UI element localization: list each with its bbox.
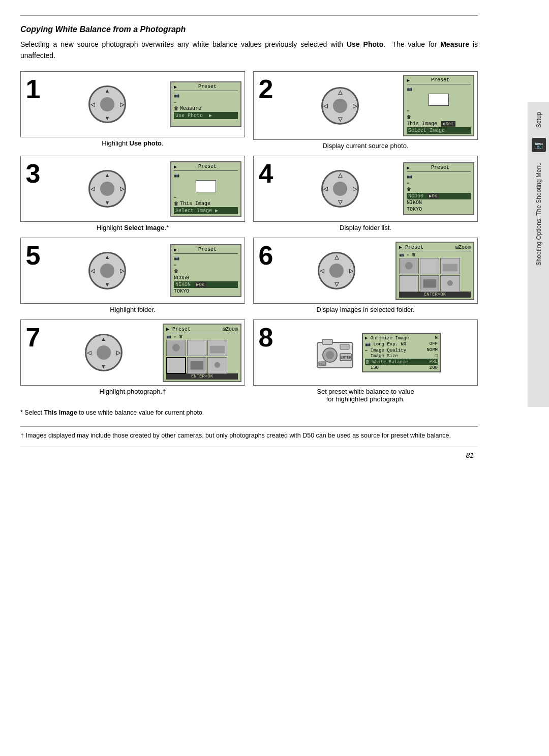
step-8-number: 8 [254, 320, 278, 385]
lcd5-ok-badge: ▶OK [195, 282, 206, 287]
lcd2-thisimage: This Image ▶Set [407, 121, 471, 127]
lcd7-zoom: ⊠Zoom [223, 326, 238, 332]
lcd4-tokyo: TOKYO [407, 206, 471, 213]
svg-point-7 [447, 280, 453, 286]
step-3-box: 3 ▲ ▼ ◁ ▷ ▶ Preset [20, 156, 245, 222]
lcd2-pencil: ✏ [407, 107, 471, 114]
lcd8-r5-label: ISO [365, 365, 379, 370]
svg-rect-11 [210, 346, 225, 354]
photo-svg-1 [400, 258, 418, 274]
cam5-icon: 📷 [174, 255, 179, 261]
lcd5-play: ▶ [174, 247, 177, 253]
dpad-center [100, 97, 114, 111]
dpad-right-6: ▷ [349, 268, 353, 274]
lcd3-selectimage: Select Image ▶ [174, 207, 238, 214]
pencil3-icon: ✏ [174, 194, 176, 200]
pencil4-icon: ✏ [407, 180, 409, 186]
lcd5-nikon-text: NIKON [175, 282, 194, 287]
p7-3 [207, 340, 227, 357]
lcd5-nikon: NIKON ▶OK [174, 281, 238, 288]
step-2-dpad: △ ▽ ◁ ▷ [321, 87, 359, 125]
step-5-box: 5 ▲ ▼ ◁ ▷ ▶ Preset [20, 238, 245, 304]
lcd2-title: Preset [431, 77, 449, 83]
dpad-right-4: ▷ [353, 186, 357, 192]
lcd2-thisimage-text: This Image [407, 121, 440, 127]
trash2-icon: 🗑 [407, 114, 411, 120]
step-2-inner: △ ▽ ◁ ▷ ▶ Preset 📷 [278, 72, 477, 139]
dpad-left: ◁ [90, 101, 95, 108]
dpad-up-3: ▲ [105, 172, 110, 178]
dpad-down-7: ▼ [101, 363, 106, 369]
pencil2-icon: ✏ [407, 108, 409, 113]
dpad-center-2 [333, 99, 347, 113]
pencil6-icon: ✏ [407, 252, 409, 257]
step-6-inner: △ ▽ ◁ ▷ ▶ Preset ⊠Zoom 📷 ✏ 🗑 [278, 238, 477, 303]
step-4-inner: △ ▽ ◁ ▷ ▶ Preset 📷 [278, 156, 477, 221]
step-6-photo-grid [399, 258, 460, 290]
lcd8-r0-val: N [435, 335, 438, 341]
cam7-icon: 📷 [166, 334, 171, 339]
lcd4-nikon-text: NIKON [407, 200, 422, 206]
p7-6 [207, 357, 227, 374]
lcd3-selectimage-text: Select Image ▶ [175, 208, 218, 214]
svg-rect-19 [322, 339, 332, 344]
page-number: 81 [20, 451, 478, 459]
intro-text: Selecting a new source photograph overwr… [20, 39, 478, 61]
lcd5-tokyo: TOKYO [174, 288, 238, 295]
svg-point-18 [326, 351, 334, 359]
steps-grid: 1 ▲ ▼ ◁ ▷ ▶ Preset [20, 71, 478, 403]
lcd-row-measure: 🗑 Measure [174, 105, 238, 112]
lcd4-nikon: NIKON [407, 199, 471, 206]
dpad-down-4: ▽ [338, 199, 342, 206]
dpad-up-6: △ [334, 254, 339, 260]
svg-rect-20 [340, 344, 349, 350]
lcd5-tokyo-text: TOKYO [174, 288, 189, 294]
side-tab-shooting: Shooting Options: The Shooting Menu [535, 162, 542, 266]
camera-icon: 📷 [174, 93, 179, 98]
step-3-container: 3 ▲ ▼ ◁ ▷ ▶ Preset [20, 156, 245, 231]
lcd2-set-badge: ▶Set [441, 121, 455, 127]
dpad-right-5: ▷ [120, 268, 124, 274]
dpad-left-7: ◁ [87, 350, 91, 356]
step-7-dpad: ▲ ▼ ◁ ▷ [85, 334, 123, 371]
step-6-container: 6 △ ▽ ◁ ▷ ▶ Preset ⊠Zoom [253, 238, 478, 313]
photo-3 [440, 258, 460, 275]
camera-svg: ENTER ?/⌂ [315, 332, 358, 373]
step-5-number: 5 [21, 238, 45, 303]
step-7-photo-grid [166, 340, 227, 372]
lcd5-cam: 📷 [174, 255, 238, 261]
p7-svg-6 [208, 358, 227, 373]
lcd8-r4: 🗑 White Balance PRE [365, 359, 438, 365]
dpad-left-4: ◁ [323, 186, 327, 192]
lcd6-enter-ok: ENTER>OK [399, 292, 471, 298]
lcd8-r3-label: Image Size [365, 354, 398, 359]
step-7-lcd: ▶ Preset ⊠Zoom 📷 ✏ 🗑 [163, 324, 241, 382]
svg-rect-5 [423, 279, 436, 288]
step-3-lcd: ▶ Preset 📷 ✏ 🗑 This Im [170, 161, 241, 217]
lcd6-zoom: ⊠Zoom [455, 244, 471, 250]
lcd4-header: ▶ Preset [407, 165, 471, 172]
lcd2-selectimage-text: Select Image [408, 128, 445, 133]
lcd7-icons-row: 📷 ✏ 🗑 [166, 334, 238, 339]
lcd3-pencil: ✏ [174, 194, 238, 200]
step-1-caption: Highlight Use photo. [20, 137, 245, 147]
step-7-inner: ▲ ▼ ◁ ▷ ▶ Preset ⊠Zoom 📷 ✏ 🗑 [45, 320, 245, 385]
p7-svg-5 [188, 358, 206, 373]
lcd-header: ▶ Preset [174, 84, 238, 91]
step-5-dpad: ▲ ▼ ◁ ▷ [88, 252, 126, 289]
lcd2-whitebox [429, 94, 449, 106]
lcd3-thisimage-text: This Image [180, 201, 210, 207]
photo-6 [440, 275, 460, 292]
side-tab: Setup 📷 Shooting Options: The Shooting M… [528, 102, 549, 407]
lcd8-r2-val: NORM [426, 347, 438, 353]
trash4-icon: 🗑 [407, 187, 411, 192]
dpad-down-5: ▼ [105, 281, 110, 287]
lcd-usephoto-text: Use Photo ▶ [175, 112, 212, 119]
dpad-left-6: ◁ [320, 268, 324, 274]
dpad-center-6 [329, 264, 344, 278]
lcd4-play: ▶ [407, 165, 410, 171]
dpad-left-2: ◁ [323, 102, 327, 109]
step-3-dpad: ▲ ▼ ◁ ▷ [88, 170, 126, 208]
lcd3-whitebox [196, 180, 216, 192]
svg-point-1 [405, 262, 413, 270]
